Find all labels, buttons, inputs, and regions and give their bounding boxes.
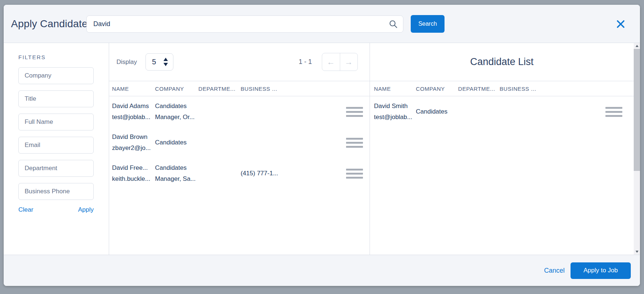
drag-handle-icon[interactable] [346, 107, 363, 117]
scroll-up-button[interactable] [634, 43, 640, 49]
candidate-company: Candidates [155, 101, 198, 112]
candidate-name: David Free... [112, 162, 155, 173]
column-header-business: BUSINESS ... [500, 86, 555, 92]
modal-footer: Cancel Apply to Job [4, 255, 640, 286]
scroll-up-icon [636, 45, 638, 47]
stepper-up-icon[interactable] [163, 58, 168, 61]
right-arrow-icon: → [345, 57, 353, 67]
scroll-down-button[interactable] [634, 249, 640, 255]
table-row[interactable]: David Adams test@joblab... Candidates Ma… [109, 96, 370, 127]
cancel-button[interactable]: Cancel [544, 267, 565, 275]
candidate-company: Candidates [155, 162, 198, 173]
filter-company-input[interactable] [18, 67, 94, 84]
candidate-phone: (415) 777-1... [241, 170, 298, 177]
column-header-name: NAME [112, 86, 155, 92]
candidate-email: test@joblab... [374, 112, 416, 123]
modal-content: FILTERS Clear Apply Display 5 [4, 43, 640, 255]
apply-to-job-button[interactable]: Apply to Job [571, 262, 631, 279]
table-row[interactable]: David Smith test@joblab... Candidates [370, 96, 634, 127]
search-results-panel: Display 5 1 - 1 ← → [109, 43, 370, 255]
table-row[interactable]: David Brown zbayer2@jo... Candidates [109, 127, 370, 158]
modal-header: Apply Candidates Search [4, 5, 640, 43]
candidate-email: test@joblab... [112, 112, 155, 123]
candidate-title: Manager, Sa... [155, 173, 198, 184]
scrollbar-thumb[interactable] [634, 49, 640, 171]
page-range: 1 - 1 [299, 58, 312, 66]
scroll-down-icon [636, 251, 638, 253]
filter-department-input[interactable] [18, 160, 94, 177]
filter-full-name-input[interactable] [18, 114, 94, 130]
column-header-company: COMPANY [416, 86, 458, 92]
results-table-header: NAME COMPANY DEPARTME... BUSINESS ... [109, 81, 370, 96]
candidate-company: Candidates [416, 106, 458, 117]
drag-handle-icon[interactable] [605, 107, 623, 117]
display-count-stepper[interactable]: 5 [145, 53, 173, 71]
column-header-company: COMPANY [155, 86, 198, 92]
candidate-company: Candidates [155, 137, 198, 148]
candidate-name: David Adams [112, 101, 155, 112]
display-count-value: 5 [152, 58, 163, 66]
candidate-list-header: NAME COMPANY DEPARTME... BUSINESS ... [370, 81, 634, 96]
filter-email-input[interactable] [18, 137, 94, 154]
candidate-list-panel: Candidate List NAME COMPANY DEPARTME... … [370, 43, 634, 255]
candidate-name: David Brown [112, 132, 155, 143]
search-input[interactable] [87, 20, 389, 28]
stepper-down-icon[interactable] [163, 63, 168, 66]
close-icon [616, 19, 626, 29]
filter-business-phone-input[interactable] [18, 183, 94, 200]
column-header-name: NAME [374, 86, 416, 92]
column-header-department: DEPARTME... [458, 86, 500, 92]
candidate-list-title: Candidate List [470, 56, 534, 68]
prev-page-button[interactable]: ← [322, 53, 340, 71]
drag-handle-icon[interactable] [346, 169, 363, 179]
close-button[interactable] [615, 19, 626, 29]
search-icon [389, 20, 398, 29]
column-header-business: BUSINESS ... [241, 86, 298, 92]
pagination: ← → [322, 53, 358, 71]
candidate-email: keith.buckle... [112, 173, 155, 184]
display-label: Display [116, 58, 137, 66]
table-row[interactable]: David Free... keith.buckle... Candidates… [109, 158, 370, 189]
left-arrow-icon: ← [327, 57, 335, 67]
next-page-button[interactable]: → [340, 53, 358, 71]
search-box [86, 15, 403, 33]
search-button[interactable]: Search [411, 15, 445, 33]
filter-title-input[interactable] [18, 90, 94, 107]
column-header-department: DEPARTME... [198, 86, 241, 92]
filters-heading: FILTERS [18, 54, 109, 60]
filter-actions: Clear Apply [18, 206, 94, 214]
page-title: Apply Candidates [11, 5, 93, 43]
vertical-scrollbar[interactable] [634, 43, 640, 255]
clear-link[interactable]: Clear [18, 206, 33, 214]
candidate-name: David Smith [374, 101, 416, 112]
apply-candidates-modal: Apply Candidates Search FILTERS [4, 5, 640, 286]
results-controls: Display 5 1 - 1 ← → [109, 43, 370, 81]
drag-handle-icon[interactable] [346, 138, 363, 148]
apply-link[interactable]: Apply [78, 206, 94, 214]
candidate-email: zbayer2@jo... [112, 143, 155, 154]
candidate-title: Manager, Or... [155, 112, 198, 123]
filters-panel: FILTERS Clear Apply [4, 43, 109, 255]
